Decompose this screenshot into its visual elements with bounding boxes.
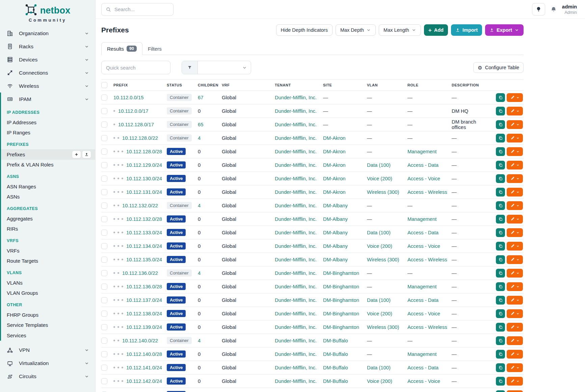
site-link[interactable]: DM-Akron [323,162,346,168]
sidebar-item-organization[interactable]: Organization [0,27,95,40]
notifications-button[interactable] [550,6,557,13]
row-checkbox[interactable] [101,297,107,303]
prefix-link[interactable]: 10.112.136.0/22 [122,270,158,276]
sidebar-item-vlans[interactable]: VLANs [1,278,95,288]
site-link[interactable]: DM-Buffalo [323,351,348,357]
role-link[interactable]: Access - Voice [407,243,440,249]
site-link[interactable]: DM-Buffalo [323,378,348,384]
row-checkbox[interactable] [101,122,107,128]
prefix-link[interactable]: 10.112.131.0/24 [126,189,162,195]
prefix-link[interactable]: 10.112.139.0/24 [126,324,162,330]
edit-button[interactable] [507,269,523,278]
sidebar-item-ipam[interactable]: IPAM [1,93,95,106]
site-link[interactable]: DM-Albany [323,243,348,249]
quick-import-button[interactable] [82,151,91,158]
hide-depth-indicators-button[interactable]: Hide Depth Indicators [276,24,333,36]
vlan-link[interactable]: Data (100) [367,162,391,168]
user-menu[interactable]: admin Admin [562,4,577,15]
copy-button[interactable] [496,282,505,291]
edit-button[interactable] [507,201,523,210]
copy-button[interactable] [496,296,505,305]
role-link[interactable]: Management [407,284,436,289]
tenant-link[interactable]: Dunder-Mifflin, Inc. [275,243,317,249]
import-button[interactable]: Import [451,24,482,36]
edit-button[interactable] [507,363,523,372]
row-checkbox[interactable] [101,378,107,384]
filter-dropdown[interactable] [198,61,251,74]
theme-toggle-button[interactable] [532,3,545,16]
tenant-link[interactable]: Dunder-Mifflin, Inc. [275,203,317,208]
filter-button[interactable] [182,61,198,74]
row-checkbox[interactable] [101,162,107,168]
row-checkbox[interactable] [101,108,107,114]
tenant-link[interactable]: Dunder-Mifflin, Inc. [275,176,317,181]
quick-add-button[interactable] [72,151,81,158]
row-checkbox[interactable] [101,149,107,155]
edit-button[interactable] [507,228,523,237]
edit-button[interactable] [507,107,523,115]
role-link[interactable]: Access - Wireless [407,189,447,195]
tenant-link[interactable]: Dunder-Mifflin, Inc. [275,324,317,330]
sidebar-item-vpn[interactable]: VPN [0,344,95,357]
vlan-link[interactable]: Data (100) [367,297,391,303]
column-header-role[interactable]: ROLE [407,83,452,87]
tenant-link[interactable]: Dunder-Mifflin, Inc. [275,338,317,343]
row-checkbox[interactable] [101,257,107,263]
edit-button[interactable] [507,215,523,224]
sidebar-item-virtualization[interactable]: Virtualization [0,357,95,370]
prefix-link[interactable]: 10.112.0.0/17 [118,108,148,114]
edit-button[interactable] [507,390,523,392]
search-input[interactable] [114,6,169,12]
role-link[interactable]: Access - Data [407,365,438,370]
role-link[interactable]: Access - Wireless [407,324,447,330]
role-link[interactable]: Access - Wireless [407,257,447,262]
copy-button[interactable] [496,350,505,359]
edit-button[interactable] [507,323,523,332]
site-link[interactable]: DM-Albany [323,257,348,262]
edit-button[interactable] [507,350,523,359]
global-search[interactable] [101,3,174,16]
children-link[interactable]: 4 [198,203,201,208]
prefix-link[interactable]: 10.112.128.0/22 [122,135,158,141]
copy-button[interactable] [496,147,505,156]
column-header-site[interactable]: SITE [323,83,367,87]
max-depth-button[interactable]: Max Depth [336,24,376,36]
prefix-link[interactable]: 10.112.134.0/24 [126,243,162,249]
row-checkbox[interactable] [101,230,107,236]
prefix-link[interactable]: 10.112.128.0/17 [118,122,154,127]
prefix-link[interactable]: 10.112.133.0/24 [126,230,162,235]
export-button[interactable]: Export [485,24,524,36]
vlan-link[interactable]: Wireless (300) [367,324,399,330]
copy-button[interactable] [496,107,505,115]
prefix-link[interactable]: 10.112.138.0/24 [126,311,162,316]
row-checkbox[interactable] [101,270,107,276]
site-link[interactable]: DM-Akron [323,149,346,154]
copy-button[interactable] [496,336,505,345]
site-link[interactable]: DM-Binghamton [323,324,359,330]
tenant-link[interactable]: Dunder-Mifflin, Inc. [275,135,317,141]
role-link[interactable]: Access - Voice [407,311,440,316]
role-link[interactable]: Access - Voice [407,176,440,181]
copy-button[interactable] [496,188,505,197]
edit-button[interactable] [507,134,523,142]
column-header-vlan[interactable]: VLAN [367,83,407,87]
column-header-prefix[interactable]: PREFIX [113,83,167,87]
site-link[interactable]: DM-Buffalo [323,365,348,370]
children-link[interactable]: 65 [198,122,203,127]
copy-button[interactable] [496,363,505,372]
copy-button[interactable] [496,161,505,169]
tenant-link[interactable]: Dunder-Mifflin, Inc. [275,216,317,222]
brand-logo[interactable]: netbox Community [0,0,95,23]
prefix-link[interactable]: 10.112.128.0/28 [126,149,162,154]
copy-button[interactable] [496,390,505,392]
max-length-button[interactable]: Max Length [379,24,421,36]
vlan-link[interactable]: Voice (200) [367,176,392,181]
site-link[interactable]: DM-Akron [323,176,346,181]
row-checkbox[interactable] [101,203,107,209]
copy-button[interactable] [496,93,505,102]
copy-button[interactable] [496,228,505,237]
tenant-link[interactable]: Dunder-Mifflin, Inc. [275,149,317,154]
sidebar-item-aggregates[interactable]: Aggregates [1,213,95,224]
sidebar-item-ip-ranges[interactable]: IP Ranges [1,128,95,138]
site-link[interactable]: DM-Binghamton [323,311,359,316]
